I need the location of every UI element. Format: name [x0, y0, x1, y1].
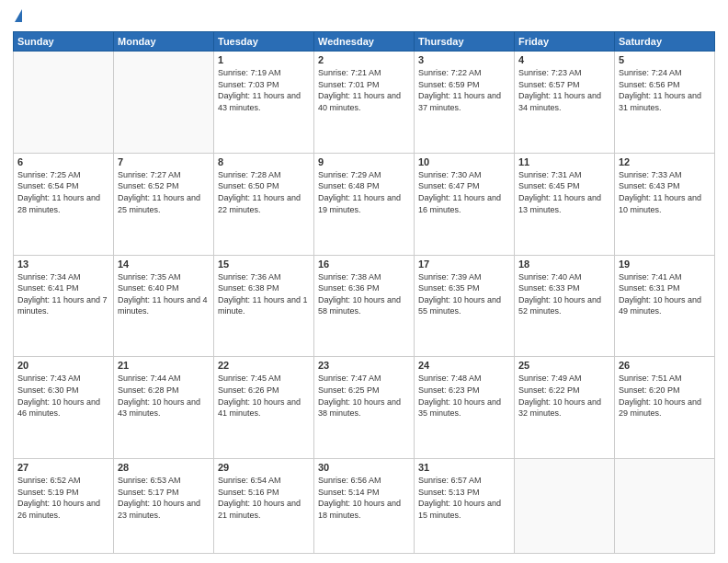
day-info: Sunrise: 7:24 AM Sunset: 6:56 PM Dayligh…: [619, 67, 711, 113]
day-info: Sunrise: 6:52 AM Sunset: 5:19 PM Dayligh…: [17, 475, 109, 521]
calendar-cell: 22Sunrise: 7:45 AM Sunset: 6:26 PM Dayli…: [214, 357, 314, 459]
day-info: Sunrise: 7:22 AM Sunset: 6:59 PM Dayligh…: [418, 67, 510, 113]
calendar-cell: 18Sunrise: 7:40 AM Sunset: 6:33 PM Dayli…: [515, 255, 615, 357]
calendar-cell: 5Sunrise: 7:24 AM Sunset: 6:56 PM Daylig…: [615, 52, 715, 154]
calendar-cell: 1Sunrise: 7:19 AM Sunset: 7:03 PM Daylig…: [214, 52, 314, 154]
logo-icon: [15, 9, 22, 22]
day-info: Sunrise: 7:21 AM Sunset: 7:01 PM Dayligh…: [318, 67, 410, 113]
calendar-cell: 11Sunrise: 7:31 AM Sunset: 6:45 PM Dayli…: [515, 153, 615, 255]
day-info: Sunrise: 7:45 AM Sunset: 6:26 PM Dayligh…: [218, 373, 310, 419]
calendar-cell: [515, 459, 615, 554]
day-info: Sunrise: 7:29 AM Sunset: 6:48 PM Dayligh…: [318, 169, 410, 215]
calendar-cell: 31Sunrise: 6:57 AM Sunset: 5:13 PM Dayli…: [415, 459, 515, 554]
day-number: 30: [318, 462, 410, 473]
calendar-cell: 23Sunrise: 7:47 AM Sunset: 6:25 PM Dayli…: [314, 357, 415, 459]
day-info: Sunrise: 7:47 AM Sunset: 6:25 PM Dayligh…: [318, 373, 410, 419]
day-number: 11: [518, 156, 610, 167]
weekday-wednesday: Wednesday: [314, 32, 415, 52]
day-number: 21: [118, 360, 210, 371]
calendar-cell: 24Sunrise: 7:48 AM Sunset: 6:23 PM Dayli…: [415, 357, 515, 459]
day-info: Sunrise: 7:44 AM Sunset: 6:28 PM Dayligh…: [118, 373, 210, 419]
day-number: 25: [518, 360, 610, 371]
day-info: Sunrise: 7:31 AM Sunset: 6:45 PM Dayligh…: [518, 169, 610, 215]
calendar-cell: 17Sunrise: 7:39 AM Sunset: 6:35 PM Dayli…: [415, 255, 515, 357]
weekday-saturday: Saturday: [615, 32, 715, 52]
day-info: Sunrise: 7:33 AM Sunset: 6:43 PM Dayligh…: [619, 169, 711, 215]
calendar-cell: 6Sunrise: 7:25 AM Sunset: 6:54 PM Daylig…: [14, 153, 114, 255]
day-number: 17: [418, 259, 510, 270]
day-number: 5: [619, 54, 711, 65]
calendar-cell: 12Sunrise: 7:33 AM Sunset: 6:43 PM Dayli…: [615, 153, 715, 255]
calendar-cell: 27Sunrise: 6:52 AM Sunset: 5:19 PM Dayli…: [14, 459, 114, 554]
day-number: 31: [418, 462, 510, 473]
day-info: Sunrise: 7:51 AM Sunset: 6:20 PM Dayligh…: [619, 373, 711, 419]
day-number: 20: [17, 360, 109, 371]
calendar-cell: 8Sunrise: 7:28 AM Sunset: 6:50 PM Daylig…: [214, 153, 314, 255]
weekday-monday: Monday: [114, 32, 214, 52]
calendar-cell: [114, 52, 214, 154]
calendar-cell: 13Sunrise: 7:34 AM Sunset: 6:41 PM Dayli…: [14, 255, 114, 357]
calendar-cell: 9Sunrise: 7:29 AM Sunset: 6:48 PM Daylig…: [314, 153, 415, 255]
day-number: 4: [518, 54, 610, 65]
day-number: 2: [318, 54, 410, 65]
day-info: Sunrise: 7:34 AM Sunset: 6:41 PM Dayligh…: [17, 271, 109, 317]
calendar-cell: 26Sunrise: 7:51 AM Sunset: 6:20 PM Dayli…: [615, 357, 715, 459]
weekday-thursday: Thursday: [415, 32, 515, 52]
day-info: Sunrise: 7:43 AM Sunset: 6:30 PM Dayligh…: [17, 373, 109, 419]
day-info: Sunrise: 7:41 AM Sunset: 6:31 PM Dayligh…: [619, 271, 711, 317]
week-row-5: 27Sunrise: 6:52 AM Sunset: 5:19 PM Dayli…: [14, 459, 715, 554]
week-row-2: 6Sunrise: 7:25 AM Sunset: 6:54 PM Daylig…: [14, 153, 715, 255]
calendar-cell: 16Sunrise: 7:38 AM Sunset: 6:36 PM Dayli…: [314, 255, 415, 357]
day-info: Sunrise: 7:38 AM Sunset: 6:36 PM Dayligh…: [318, 271, 410, 317]
calendar-cell: 30Sunrise: 6:56 AM Sunset: 5:14 PM Dayli…: [314, 459, 415, 554]
day-info: Sunrise: 6:54 AM Sunset: 5:16 PM Dayligh…: [218, 475, 310, 521]
calendar-cell: 10Sunrise: 7:30 AM Sunset: 6:47 PM Dayli…: [415, 153, 515, 255]
day-info: Sunrise: 7:28 AM Sunset: 6:50 PM Dayligh…: [218, 169, 310, 215]
week-row-4: 20Sunrise: 7:43 AM Sunset: 6:30 PM Dayli…: [14, 357, 715, 459]
day-number: 10: [418, 156, 510, 167]
day-number: 14: [118, 259, 210, 270]
day-number: 24: [418, 360, 510, 371]
day-info: Sunrise: 7:35 AM Sunset: 6:40 PM Dayligh…: [118, 271, 210, 317]
day-number: 18: [518, 259, 610, 270]
week-row-3: 13Sunrise: 7:34 AM Sunset: 6:41 PM Dayli…: [14, 255, 715, 357]
day-number: 3: [418, 54, 510, 65]
day-info: Sunrise: 7:48 AM Sunset: 6:23 PM Dayligh…: [418, 373, 510, 419]
day-number: 12: [619, 156, 711, 167]
day-number: 29: [218, 462, 310, 473]
day-number: 19: [619, 259, 711, 270]
weekday-tuesday: Tuesday: [214, 32, 314, 52]
day-info: Sunrise: 6:57 AM Sunset: 5:13 PM Dayligh…: [418, 475, 510, 521]
day-number: 7: [118, 156, 210, 167]
week-row-1: 1Sunrise: 7:19 AM Sunset: 7:03 PM Daylig…: [14, 52, 715, 154]
day-number: 13: [17, 259, 109, 270]
day-number: 8: [218, 156, 310, 167]
calendar-cell: 25Sunrise: 7:49 AM Sunset: 6:22 PM Dayli…: [515, 357, 615, 459]
day-info: Sunrise: 7:23 AM Sunset: 6:57 PM Dayligh…: [518, 67, 610, 113]
day-info: Sunrise: 7:27 AM Sunset: 6:52 PM Dayligh…: [118, 169, 210, 215]
logo: [13, 9, 22, 24]
day-number: 23: [318, 360, 410, 371]
day-info: Sunrise: 6:56 AM Sunset: 5:14 PM Dayligh…: [318, 475, 410, 521]
day-info: Sunrise: 7:19 AM Sunset: 7:03 PM Dayligh…: [218, 67, 310, 113]
calendar-cell: 15Sunrise: 7:36 AM Sunset: 6:38 PM Dayli…: [214, 255, 314, 357]
weekday-sunday: Sunday: [14, 32, 114, 52]
day-number: 1: [218, 54, 310, 65]
calendar-cell: 2Sunrise: 7:21 AM Sunset: 7:01 PM Daylig…: [314, 52, 415, 154]
day-info: Sunrise: 7:30 AM Sunset: 6:47 PM Dayligh…: [418, 169, 510, 215]
calendar-cell: 7Sunrise: 7:27 AM Sunset: 6:52 PM Daylig…: [114, 153, 214, 255]
calendar-cell: 20Sunrise: 7:43 AM Sunset: 6:30 PM Dayli…: [14, 357, 114, 459]
day-info: Sunrise: 6:53 AM Sunset: 5:17 PM Dayligh…: [118, 475, 210, 521]
weekday-header-row: SundayMondayTuesdayWednesdayThursdayFrid…: [14, 32, 715, 52]
day-info: Sunrise: 7:49 AM Sunset: 6:22 PM Dayligh…: [518, 373, 610, 419]
day-number: 22: [218, 360, 310, 371]
day-number: 9: [318, 156, 410, 167]
day-number: 15: [218, 259, 310, 270]
calendar-cell: 3Sunrise: 7:22 AM Sunset: 6:59 PM Daylig…: [415, 52, 515, 154]
calendar: SundayMondayTuesdayWednesdayThursdayFrid…: [13, 31, 715, 554]
calendar-cell: 29Sunrise: 6:54 AM Sunset: 5:16 PM Dayli…: [214, 459, 314, 554]
day-info: Sunrise: 7:25 AM Sunset: 6:54 PM Dayligh…: [17, 169, 109, 215]
day-number: 27: [17, 462, 109, 473]
calendar-cell: [14, 52, 114, 154]
day-number: 26: [619, 360, 711, 371]
